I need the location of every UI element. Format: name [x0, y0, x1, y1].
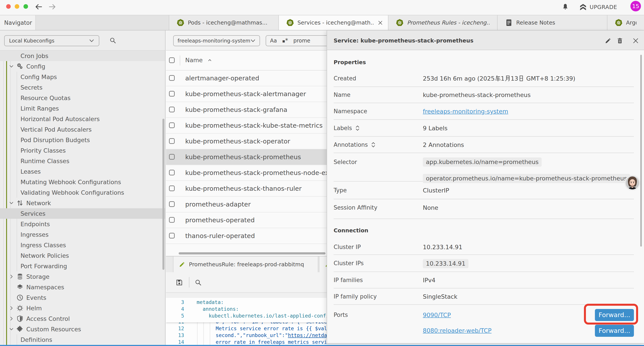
- sidebar-item[interactable]: Port Forwarding: [0, 261, 165, 271]
- sidebar-item[interactable]: Secrets: [0, 82, 165, 93]
- upgrade-button[interactable]: UPGRADE: [580, 3, 617, 11]
- cluster-tab[interactable]: Argo Se: [608, 15, 644, 30]
- notifications-bell-icon[interactable]: [562, 3, 568, 10]
- sidebar-item[interactable]: Runtime Classes: [0, 156, 165, 166]
- sidebar-item[interactable]: Config Maps: [0, 72, 165, 82]
- tree-chevron-icon[interactable]: [9, 64, 14, 68]
- sidebar-item[interactable]: Network: [0, 198, 165, 208]
- namespace-select[interactable]: freeleaps-monitoring-system: [173, 35, 260, 46]
- expand-sort-icon[interactable]: [371, 142, 375, 148]
- window-minimize-button[interactable]: [15, 4, 19, 9]
- sidebar-item[interactable]: Config: [0, 61, 165, 72]
- sidebar-item[interactable]: Custom Resources: [0, 324, 165, 335]
- tree-chevron-icon[interactable]: [9, 306, 14, 310]
- save-icon[interactable]: [176, 279, 182, 286]
- sidebar-item[interactable]: Storage: [0, 271, 165, 282]
- scrollbar-thumb[interactable]: [179, 252, 326, 255]
- edit-pencil-icon[interactable]: [605, 38, 611, 44]
- table-row[interactable]: prometheus-operated: [166, 212, 327, 228]
- tree-chevron-icon[interactable]: [9, 274, 14, 279]
- table-row[interactable]: kube-prometheus-stack-kube-state-metrics: [166, 118, 327, 134]
- sidebar-item[interactable]: Ingress Classes: [0, 240, 165, 250]
- editor-content[interactable]: 110", "for": "1m", "labels": { "service"…: [166, 322, 327, 345]
- sidebar-item[interactable]: Validating Webhook Configurations: [0, 187, 165, 198]
- sidebar-item[interactable]: Definitions: [0, 335, 165, 345]
- sidebar-item[interactable]: Events: [0, 292, 165, 303]
- sidebar-item[interactable]: Mutating Webhook Configurations: [0, 177, 165, 187]
- table-row[interactable]: kube-prometheus-stack-prometheus: [166, 149, 327, 165]
- cluster-tab[interactable]: Pods - icecheng@mathmas...: [169, 15, 279, 30]
- drawer-close-icon[interactable]: [632, 38, 639, 44]
- sidebar-item[interactable]: Endpoints: [0, 219, 165, 229]
- table-row[interactable]: kube-prometheus-stack-thanos-ruler: [166, 181, 327, 197]
- forward-button-8080[interactable]: Forward...: [595, 325, 634, 337]
- table-row[interactable]: kube-prometheus-stack-prometheus-node-ex…: [166, 165, 327, 181]
- cluster-tab[interactable]: Release Notes: [498, 15, 608, 30]
- dock-tab-prometheusrule[interactable]: PrometheusRule: freeleaps-prod-rabbitmq: [173, 256, 318, 272]
- sidebar-scrollbar-thumb[interactable]: [162, 119, 164, 270]
- row-checkbox[interactable]: [169, 154, 175, 160]
- match-case-toggle[interactable]: Aa: [270, 38, 277, 44]
- row-checkbox[interactable]: [169, 217, 175, 223]
- table-row[interactable]: thanos-ruler-operated: [166, 228, 327, 244]
- delete-trash-icon[interactable]: [617, 38, 623, 44]
- row-checkbox[interactable]: [169, 201, 175, 207]
- sidebar-item[interactable]: Horizontal Pod Autoscalers: [0, 114, 165, 124]
- name-column-header[interactable]: Name: [185, 57, 203, 63]
- sidebar-search-icon[interactable]: [110, 37, 116, 43]
- sidebar-item[interactable]: Network Policies: [0, 250, 165, 261]
- sidebar-item[interactable]: Priority Classes: [0, 145, 165, 156]
- sidebar-item[interactable]: Ingresses: [0, 229, 165, 240]
- row-checkbox[interactable]: [169, 138, 175, 144]
- runbook-url-link[interactable]: https://netdata.: [288, 333, 327, 338]
- table-row[interactable]: prometheus-adapter: [166, 197, 327, 212]
- drawer-scrollbar-thumb[interactable]: [640, 55, 642, 247]
- tree-chevron-icon[interactable]: [9, 317, 14, 321]
- user-avatar-badge[interactable]: 15: [630, 1, 641, 11]
- sidebar-item[interactable]: Pod Disruption Budgets: [0, 135, 165, 145]
- sidebar-item[interactable]: Limit Ranges: [0, 103, 165, 114]
- history-back-button[interactable]: [35, 3, 42, 10]
- kubeconfig-select[interactable]: Local Kubeconfigs: [4, 35, 99, 46]
- table-row[interactable]: kube-prometheus-stack-operator: [166, 134, 327, 149]
- row-checkbox[interactable]: [169, 91, 175, 97]
- tree-chevron-icon[interactable]: [9, 296, 14, 300]
- sidebar-item[interactable]: Leases: [0, 166, 165, 177]
- row-checkbox[interactable]: [169, 233, 175, 239]
- sidebar-item[interactable]: Vertical Pod Autoscalers: [0, 124, 165, 135]
- sidebar-item[interactable]: Namespaces: [0, 282, 165, 292]
- row-checkbox[interactable]: [169, 185, 175, 191]
- sidebar-item[interactable]: Helm: [0, 303, 165, 313]
- row-checkbox[interactable]: [169, 107, 175, 112]
- search-input[interactable]: Aa ▪* prome: [266, 35, 327, 46]
- namespace-link[interactable]: freeleaps-monitoring-system: [423, 108, 508, 115]
- port-link-9090[interactable]: 9090/TCP: [423, 312, 451, 319]
- sidebar-item[interactable]: Cron Jobs: [0, 50, 165, 61]
- window-zoom-button[interactable]: [24, 4, 28, 9]
- regex-toggle[interactable]: ▪*: [282, 37, 288, 44]
- sort-ascending-icon[interactable]: [207, 58, 212, 62]
- cluster-tab[interactable]: Prometheus Rules - icecheng...: [388, 15, 498, 30]
- row-checkbox[interactable]: [169, 170, 175, 175]
- table-row[interactable]: kube-prometheus-stack-grafana: [166, 102, 327, 118]
- tree-chevron-icon[interactable]: [9, 285, 14, 289]
- tree-chevron-icon[interactable]: [9, 201, 14, 205]
- history-forward-button[interactable]: [48, 3, 56, 10]
- dock-tab-partial[interactable]: [319, 256, 327, 272]
- cluster-tab[interactable]: Services - icecheng@math...: [279, 15, 388, 30]
- editor-search-icon[interactable]: [195, 279, 202, 286]
- yaml-editor[interactable]: 3metadata:4 annotations:5 kubectl.kubern…: [166, 293, 327, 345]
- table-horizontal-scrollbar[interactable]: [166, 252, 327, 255]
- port-link-8080[interactable]: 8080:reloader-web/TCP: [423, 327, 492, 334]
- sidebar-item[interactable]: Access Control: [0, 313, 165, 324]
- sidebar-item[interactable]: Resource Quotas: [0, 93, 165, 103]
- expand-sort-icon[interactable]: [356, 125, 360, 131]
- table-row[interactable]: kube-prometheus-stack-alertmanager: [166, 86, 327, 102]
- table-row[interactable]: alertmanager-operated: [166, 70, 327, 86]
- window-close-button[interactable]: [6, 4, 11, 9]
- row-checkbox[interactable]: [169, 122, 175, 128]
- row-checkbox[interactable]: [169, 75, 175, 81]
- tab-close-icon[interactable]: [378, 20, 383, 25]
- select-all-checkbox[interactable]: [169, 57, 175, 63]
- sidebar-item[interactable]: Services: [0, 208, 165, 219]
